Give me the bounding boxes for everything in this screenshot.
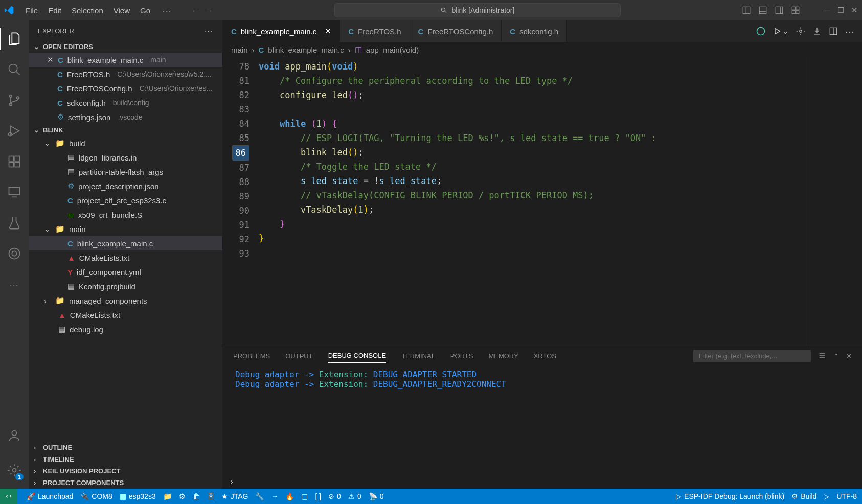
status-monitor[interactable]: ▢ bbox=[301, 492, 308, 500]
status-radio[interactable]: 📡0 bbox=[369, 492, 384, 500]
download-icon[interactable] bbox=[812, 27, 822, 36]
menu-view[interactable]: View bbox=[108, 4, 135, 17]
open-editor-item[interactable]: CFreeRTOSConfig.hC:\Users\Orionxer\es... bbox=[29, 81, 222, 96]
chevron-right-icon[interactable]: › bbox=[230, 476, 233, 487]
activity-account[interactable] bbox=[0, 421, 29, 450]
section-timeline[interactable]: ›TIMELINE bbox=[29, 453, 222, 465]
layout-bottom-icon[interactable] bbox=[758, 6, 767, 15]
editor-tab[interactable]: CFreeRTOSConfig.h bbox=[410, 20, 502, 42]
nav-forward-icon[interactable]: → bbox=[206, 6, 213, 15]
status-chip[interactable]: ▦esp32s3 bbox=[120, 492, 156, 500]
status-warns[interactable]: ⚠0 bbox=[348, 492, 361, 500]
status-arrow-right[interactable]: → bbox=[271, 492, 278, 500]
run-dropdown[interactable]: ⌄ bbox=[773, 27, 789, 36]
window-minimize[interactable]: ─ bbox=[825, 6, 830, 15]
editor-tab[interactable]: CFreeRTOS.h bbox=[340, 20, 410, 42]
panel-tab-debug-console[interactable]: DEBUG CONSOLE bbox=[328, 349, 386, 363]
code-editor[interactable]: void app_main(void) /* Configure the per… bbox=[259, 57, 806, 346]
status-flame[interactable]: 🔥 bbox=[285, 492, 294, 500]
menu-go[interactable]: Go bbox=[135, 4, 155, 17]
file-item[interactable]: ⚙project_description.json bbox=[29, 179, 222, 193]
status-star[interactable]: ★JTAG bbox=[221, 492, 248, 500]
panel-tab-memory[interactable]: MEMORY bbox=[488, 349, 518, 363]
window-maximize[interactable]: ☐ bbox=[837, 6, 844, 15]
file-item[interactable]: ▲CMakeLists.txt bbox=[29, 308, 222, 322]
file-item[interactable]: Yidf_component.yml bbox=[29, 265, 222, 279]
activity-test[interactable] bbox=[0, 209, 29, 237]
open-editor-item[interactable]: CFreeRTOS.hC:\Users\Orionxer\esp\v5.2...… bbox=[29, 67, 222, 81]
status-play[interactable]: ▷ bbox=[824, 492, 829, 500]
file-item[interactable]: ▤Kconfig.projbuild bbox=[29, 279, 222, 293]
activity-extensions[interactable] bbox=[0, 147, 29, 176]
panel-tab-xrtos[interactable]: XRTOS bbox=[534, 349, 556, 363]
filter-input[interactable] bbox=[693, 350, 811, 362]
layout-grid-icon[interactable] bbox=[791, 6, 800, 15]
esp-circle-icon[interactable] bbox=[756, 26, 766, 36]
status-rocket[interactable]: 🚀Launchpad bbox=[27, 492, 73, 500]
status-folder[interactable]: 📁 bbox=[163, 492, 172, 500]
activity-debug[interactable] bbox=[0, 117, 29, 145]
panel-tab-terminal[interactable]: TERMINAL bbox=[401, 349, 435, 363]
activity-remote[interactable] bbox=[0, 178, 29, 207]
status-db[interactable]: 🗄 bbox=[207, 492, 214, 500]
list-icon[interactable] bbox=[818, 352, 826, 360]
activity-search[interactable] bbox=[0, 55, 29, 84]
menu-edit[interactable]: Edit bbox=[43, 4, 66, 17]
folder-item[interactable]: ⌄📁build bbox=[29, 136, 222, 150]
sidebar-more[interactable]: ··· bbox=[205, 27, 213, 35]
status-trash[interactable]: 🗑 bbox=[193, 492, 200, 500]
file-item[interactable]: ▲CMakeLists.txt bbox=[29, 250, 222, 265]
settings-icon[interactable] bbox=[796, 27, 805, 36]
minimap[interactable] bbox=[806, 57, 862, 346]
editor-tab[interactable]: Csdkconfig.h bbox=[502, 20, 567, 42]
nav-back-icon[interactable]: ← bbox=[192, 6, 199, 15]
editor-tab[interactable]: Cblink_example_main.c✕ bbox=[223, 20, 340, 42]
menu-overflow[interactable]: ··· bbox=[157, 4, 177, 17]
status-plug[interactable]: 🔌COM8 bbox=[80, 492, 112, 500]
status-brackets[interactable]: [ ] bbox=[315, 492, 321, 500]
chevron-up-icon[interactable]: ⌃ bbox=[833, 352, 839, 360]
activity-scm[interactable] bbox=[0, 86, 29, 114]
section-project-components[interactable]: ›PROJECT COMPONENTS bbox=[29, 477, 222, 489]
section-keil-uvision-project[interactable]: ›KEIL UVISION PROJECT bbox=[29, 465, 222, 477]
window-close[interactable]: ✕ bbox=[851, 6, 858, 15]
layout-right-icon[interactable] bbox=[775, 6, 784, 15]
status-item[interactable]: UTF-8 bbox=[836, 492, 857, 500]
panel-tab-ports[interactable]: PORTS bbox=[450, 349, 473, 363]
status-errs[interactable]: ⊘0 bbox=[328, 492, 341, 500]
menu-selection[interactable]: Selection bbox=[66, 4, 108, 17]
layout-panel-icon[interactable] bbox=[742, 6, 751, 15]
folder-item[interactable]: ⌄📁main bbox=[29, 222, 222, 236]
activity-settings[interactable]: 1 bbox=[0, 456, 29, 485]
file-item[interactable]: ▤ldgen_libraries.in bbox=[29, 150, 222, 165]
section-project[interactable]: ⌄ BLINK bbox=[29, 124, 222, 136]
command-center[interactable]: blink [Administrator] bbox=[334, 3, 621, 17]
section-open-editors[interactable]: ⌄ OPEN EDITORS bbox=[29, 41, 222, 53]
breadcrumb[interactable]: main › C blink_example_main.c › ◫ app_ma… bbox=[223, 42, 862, 57]
file-item[interactable]: ▤partition-table-flash_args bbox=[29, 165, 222, 179]
file-item[interactable]: ▤debug.log bbox=[29, 322, 222, 336]
open-editor-item[interactable]: ⚙settings.json.vscode bbox=[29, 110, 222, 124]
panel-close[interactable]: ✕ bbox=[846, 352, 852, 360]
status-gear[interactable]: ⚙ bbox=[179, 492, 186, 500]
activity-more[interactable]: ··· bbox=[0, 270, 29, 299]
activity-explorer[interactable] bbox=[0, 25, 29, 53]
folder-item[interactable]: ›📁managed_components bbox=[29, 293, 222, 308]
section-outline[interactable]: ›OUTLINE bbox=[29, 442, 222, 453]
status-wrench[interactable]: 🔧 bbox=[255, 492, 264, 500]
panel-tab-output[interactable]: OUTPUT bbox=[285, 349, 312, 363]
status-gear[interactable]: ⚙Build bbox=[791, 492, 816, 500]
file-item[interactable]: Cblink_example_main.c bbox=[29, 236, 222, 250]
tab-more[interactable]: ··· bbox=[845, 27, 855, 36]
debug-console[interactable]: Debug adapter -> Extension: DEBUG_ADAPTE… bbox=[223, 365, 862, 474]
remote-indicator[interactable] bbox=[0, 489, 17, 504]
menu-file[interactable]: File bbox=[20, 4, 43, 17]
activity-espidf[interactable] bbox=[0, 239, 29, 268]
split-icon[interactable] bbox=[829, 27, 838, 36]
status-debug[interactable]: ▷ESP-IDF Debug: Launch (blink) bbox=[676, 492, 784, 500]
panel-tab-problems[interactable]: PROBLEMS bbox=[233, 349, 270, 363]
file-item[interactable]: Cproject_elf_src_esp32s3.c bbox=[29, 193, 222, 208]
open-editor-item[interactable]: Csdkconfig.hbuild\config bbox=[29, 96, 222, 110]
open-editor-item[interactable]: ✕Cblink_example_main.cmain bbox=[29, 53, 222, 67]
file-item[interactable]: ≣x509_crt_bundle.S bbox=[29, 208, 222, 222]
